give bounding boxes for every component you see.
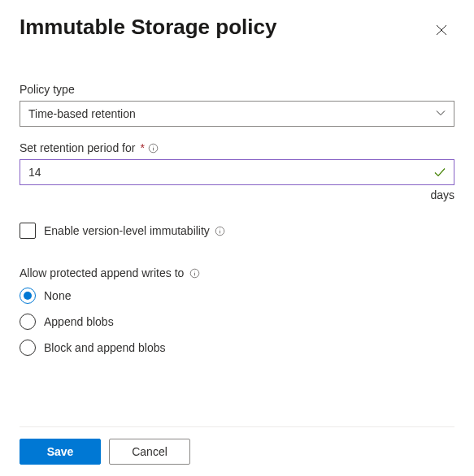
radio-option-append-blobs[interactable]: Append blobs <box>20 314 454 330</box>
info-icon[interactable] <box>215 225 226 236</box>
panel-header: Immutable Storage policy <box>20 15 454 44</box>
panel-title: Immutable Storage policy <box>20 15 276 40</box>
radio-option-none[interactable]: None <box>20 288 454 304</box>
save-button[interactable]: Save <box>20 439 101 465</box>
radio-button <box>20 314 36 330</box>
radio-button <box>20 340 36 356</box>
radio-label: None <box>44 289 71 302</box>
radio-dot-icon <box>24 292 32 300</box>
cancel-button-label: Cancel <box>132 445 167 458</box>
version-level-row: Enable version-level immutability <box>20 223 454 239</box>
radio-label: Append blobs <box>44 315 114 328</box>
required-asterisk: * <box>140 141 144 154</box>
radio-label: Block and append blobs <box>44 341 165 354</box>
panel-footer: Save Cancel <box>20 426 454 476</box>
append-writes-label: Allow protected append writes to <box>20 266 184 279</box>
chevron-down-icon <box>436 107 446 120</box>
close-button[interactable] <box>428 18 454 44</box>
retention-unit: days <box>20 188 454 201</box>
close-icon <box>436 24 447 38</box>
info-icon[interactable] <box>148 142 159 154</box>
retention-input[interactable] <box>20 159 454 185</box>
policy-type-value: Time-based retention <box>28 107 136 120</box>
save-button-label: Save <box>47 445 74 458</box>
retention-label: Set retention period for <box>20 141 135 154</box>
radio-option-block-append-blobs[interactable]: Block and append blobs <box>20 340 454 356</box>
retention-field: Set retention period for * days <box>20 141 454 201</box>
version-level-label: Enable version-level immutability <box>44 224 210 237</box>
append-writes-radio-group: None Append blobs Block and append blobs <box>20 288 454 356</box>
radio-button <box>20 288 36 304</box>
immutable-storage-policy-panel: Immutable Storage policy Policy type Tim… <box>0 0 474 476</box>
info-icon[interactable] <box>189 267 200 279</box>
policy-type-field: Policy type Time-based retention <box>20 83 454 127</box>
svg-point-10 <box>194 270 195 271</box>
policy-type-label: Policy type <box>20 83 454 96</box>
cancel-button[interactable]: Cancel <box>109 439 190 465</box>
version-level-label-wrap: Enable version-level immutability <box>44 224 226 237</box>
checkmark-icon <box>433 166 446 179</box>
version-level-checkbox[interactable] <box>20 223 36 239</box>
policy-type-select[interactable]: Time-based retention <box>20 101 454 127</box>
append-writes-label-row: Allow protected append writes to <box>20 266 454 279</box>
retention-label-row: Set retention period for * <box>20 141 454 154</box>
svg-point-4 <box>153 145 154 146</box>
svg-point-7 <box>220 228 220 229</box>
